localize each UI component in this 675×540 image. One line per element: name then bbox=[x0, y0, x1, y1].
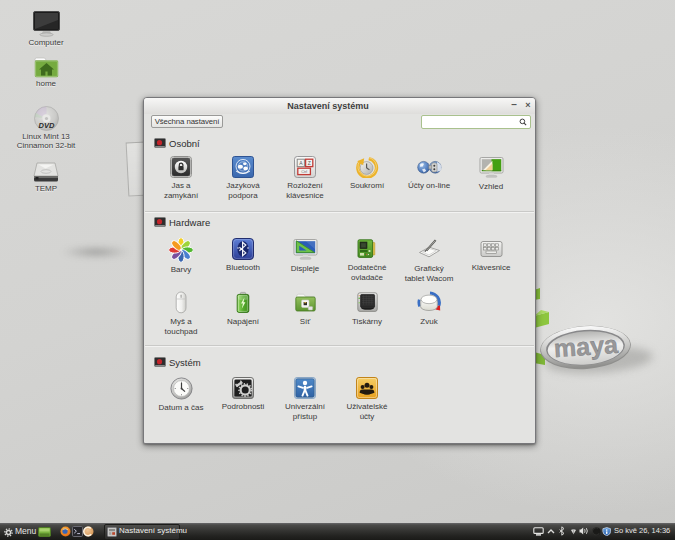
svg-text:DVD: DVD bbox=[39, 121, 55, 130]
svg-text:Ctrl: Ctrl bbox=[301, 170, 307, 174]
svg-text:maya: maya bbox=[553, 330, 620, 362]
svg-text:Z: Z bbox=[308, 160, 311, 166]
